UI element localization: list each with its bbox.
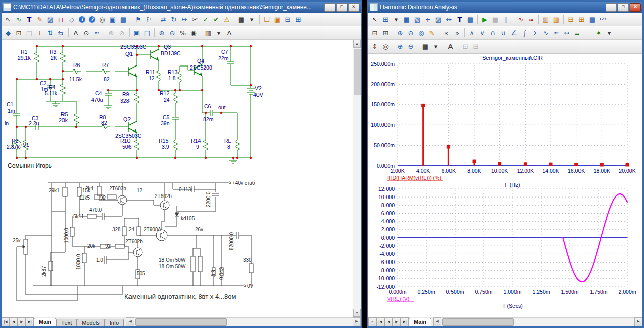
fft-window-icon[interactable]: ∿ — [516, 14, 526, 24]
picture-tool-icon[interactable]: ▣ — [108, 14, 118, 24]
tab-nav-button[interactable]: |◀ — [376, 317, 384, 326]
window-tile-icon[interactable]: ⊞ — [293, 14, 303, 24]
add-dropdown-icon[interactable]: ▾ — [391, 14, 401, 24]
trace-label[interactable]: V(RL) (V) — [387, 296, 409, 302]
sum-icon[interactable]: Σ — [530, 28, 540, 38]
scroll-right-button[interactable]: ▶ — [353, 317, 361, 326]
fill-pattern-icon[interactable]: ▨ — [45, 14, 55, 24]
width-icon[interactable]: ↔ — [562, 28, 572, 38]
run-icon[interactable]: ▶ — [480, 14, 490, 24]
top-measure-icon[interactable]: ≡ — [572, 28, 583, 38]
window-split-icon[interactable]: ⊟ — [283, 14, 293, 24]
find-next-icon[interactable]: ≈ — [92, 28, 102, 38]
flip-vertical-icon[interactable]: ⇅ — [45, 28, 55, 38]
harmonics-window-icon[interactable]: ≈ — [526, 14, 536, 24]
pan-mode-icon[interactable]: ↔ — [444, 14, 454, 24]
slider-panel-icon[interactable]: ▥ — [551, 14, 561, 24]
split-vertical-icon[interactable]: ⊞ — [380, 28, 391, 38]
horizontal-scroll-thumb[interactable] — [442, 318, 514, 326]
area-select-icon[interactable]: ⊡ — [14, 28, 24, 38]
vertical-scroll-thumb[interactable] — [354, 49, 361, 95]
tile-windows-icon[interactable]: ⊟ — [566, 14, 576, 24]
horizontal-scroll-track[interactable] — [134, 317, 353, 326]
close-button[interactable]: ✕ — [348, 3, 359, 12]
close-button[interactable]: ✕ — [630, 3, 641, 12]
zoom-mode-icon[interactable]: ▨ — [433, 14, 443, 24]
attach-icon[interactable]: ⊗ — [106, 28, 116, 38]
tab-nav-button[interactable]: − — [368, 317, 376, 326]
maximize-button[interactable]: □ — [336, 3, 347, 12]
horizontal-scroll-track[interactable] — [441, 317, 634, 326]
component-tool-icon[interactable]: ⊓ — [56, 14, 66, 24]
grid-dropdown-icon[interactable]: ▾ — [247, 14, 257, 24]
zoom-auto-icon[interactable]: ◎ — [416, 28, 426, 38]
frequency-icon[interactable]: ≈ — [551, 28, 561, 38]
mode-select-icon[interactable]: ◆ — [3, 28, 13, 38]
minimize-button[interactable]: – — [324, 3, 335, 12]
scroll-up-button[interactable]: ▲ — [353, 40, 361, 48]
peak-icon[interactable]: ∧ — [467, 28, 477, 38]
slope-icon[interactable]: ∠ — [509, 28, 519, 38]
go-to-branch-icon[interactable]: ✶ — [594, 28, 604, 38]
analysis-limits-icon[interactable]: ▦ — [402, 14, 412, 24]
probe-tool-icon[interactable]: ◎ — [97, 14, 107, 24]
check-all-icon[interactable]: ✔ — [211, 14, 221, 24]
measure-dropdown-icon[interactable]: ▾ — [604, 28, 614, 38]
tag-point-icon[interactable]: ◎ — [380, 41, 391, 51]
properties-icon[interactable]: ▤ — [465, 14, 475, 24]
tab-nav-button[interactable]: |◀ — [2, 317, 10, 326]
overlay-windows-icon[interactable]: ⊞ — [576, 14, 587, 24]
info-tool-icon[interactable]: i — [79, 16, 85, 23]
check-icon[interactable]: ✓ — [201, 14, 211, 24]
select-tool-icon[interactable]: ↖ — [3, 14, 13, 24]
analysis-charts[interactable]: 250.000m200.000m150.000m100.000m50.000m0… — [368, 54, 642, 317]
tab-nav-button[interactable]: ▶ — [18, 317, 26, 326]
zoom-in-icon[interactable]: ⊕ — [395, 41, 405, 51]
zoom-in-icon[interactable]: ⊕ — [157, 28, 167, 38]
tab-main[interactable]: Main — [409, 318, 431, 326]
mirror-icon[interactable]: ⇄ — [158, 14, 168, 24]
zoom-out-icon[interactable]: ⊖ — [406, 41, 416, 51]
zoom-level-icon[interactable]: % — [178, 28, 188, 38]
stop-icon[interactable]: ■ — [490, 14, 500, 24]
paste-icon[interactable]: ▤ — [142, 28, 152, 38]
area-icon[interactable]: ∫ — [520, 28, 530, 38]
scroll-down-button[interactable]: ▼ — [353, 309, 361, 317]
trace-label[interactable]: IHD(HARM(v(RL))) (%) — [387, 175, 441, 181]
schematic-drawing[interactable]: R129.1kR32KR611.5kR7822SC3503CQ1Q3BD139C… — [2, 40, 353, 317]
goto-flag-icon[interactable]: ⚐ — [144, 14, 154, 24]
horizontal-scrollbar[interactable]: ◀ ▶ — [126, 317, 361, 326]
period-icon[interactable]: ∿ — [541, 28, 551, 38]
maximize-button[interactable]: □ — [618, 3, 629, 12]
new-sheet-icon[interactable]: ☐ — [262, 14, 272, 24]
no-connect-icon[interactable]: ⊘ — [117, 28, 127, 38]
horizontal-scroll-thumb[interactable] — [135, 318, 227, 326]
tab-info[interactable]: Info — [105, 319, 124, 326]
low-icon[interactable]: ∪ — [498, 28, 508, 38]
tab-text[interactable]: Text — [56, 319, 77, 326]
copy-icon[interactable]: ▣ — [132, 28, 142, 38]
cursor-left-icon[interactable]: « — [441, 28, 452, 38]
wire-mode-icon[interactable]: ∿ — [14, 14, 24, 24]
diagram-tool-icon[interactable]: ◇ — [67, 14, 77, 24]
find-text-icon[interactable]: A — [71, 28, 81, 38]
display-dropdown-icon[interactable]: ▾ — [214, 28, 224, 38]
grid-options-icon[interactable]: ▦ — [420, 41, 430, 51]
zoom-in-icon[interactable]: ⊕ — [395, 28, 405, 38]
zoom-out-icon[interactable]: ⊖ — [167, 28, 177, 38]
horizontal-scrollbar[interactable]: ◀ ▶ — [433, 317, 642, 326]
schematic-titlebar[interactable]: C:\MC11\DATATA\Petrov\Semigor-однотактни… — [2, 2, 361, 13]
tab-models[interactable]: Models — [77, 319, 104, 326]
scale-mode-icon[interactable]: ▧ — [412, 14, 422, 24]
valley-icon[interactable]: ∨ — [477, 28, 487, 38]
watch-panel-icon[interactable]: ▥ — [541, 14, 551, 24]
grid-icon[interactable]: ▦ — [236, 14, 246, 24]
plot-area[interactable]: 250.000m200.000m150.000m100.000m50.000m0… — [368, 53, 642, 317]
rotate-icon[interactable]: ↻ — [169, 14, 179, 24]
annotate-icon[interactable]: ✎ — [427, 28, 437, 38]
normalize-icon[interactable]: ↕ — [370, 41, 380, 51]
scroll-left-button[interactable]: ◀ — [433, 317, 441, 326]
analysis-titlebar[interactable]: Harmonic Distortion Analysis – □ ✕ — [368, 2, 642, 13]
transient-line-chart[interactable]: 12.00010.0008.0006.0004.0002.0000.000-2.… — [376, 186, 636, 309]
schematic-canvas[interactable]: R129.1kR32KR611.5kR7822SC3503CQ1Q3BD139C… — [2, 40, 353, 317]
